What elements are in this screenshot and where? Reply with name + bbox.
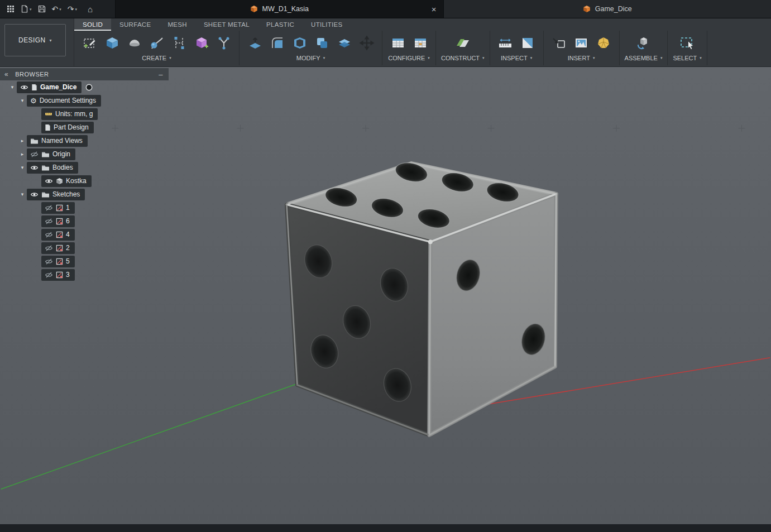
- document-tab-active[interactable]: MW_D1_Kasia ×: [115, 0, 443, 18]
- configuration-table-icon: [413, 35, 428, 51]
- eye-visible-icon[interactable]: [30, 191, 39, 198]
- chevron-down-icon[interactable]: ▾: [18, 165, 27, 170]
- caret-down-icon: ▾: [323, 56, 325, 60]
- sweep-button[interactable]: [146, 33, 167, 54]
- caret-down-icon: ▾: [428, 56, 430, 60]
- section-analysis-button[interactable]: [518, 33, 538, 54]
- sketch-icon: [56, 231, 63, 238]
- browser-row-part-design[interactable]: Part Design: [0, 121, 169, 134]
- browser-row-units[interactable]: Units: mm, g: [0, 107, 169, 121]
- browser-row-bodies[interactable]: ▾ Bodies: [0, 161, 169, 174]
- browser-item-label: 1: [66, 204, 70, 212]
- measure-button[interactable]: [495, 33, 516, 54]
- close-tab-icon[interactable]: ×: [432, 5, 437, 13]
- browser-row-origin[interactable]: ▸ Origin: [0, 147, 169, 161]
- select-button[interactable]: [677, 33, 698, 54]
- minimize-panel-icon[interactable]: –: [159, 70, 163, 79]
- browser-row-named-views[interactable]: ▸ Named Views: [0, 134, 169, 147]
- document-tab-inactive[interactable]: Game_Dice: [443, 0, 771, 18]
- move-copy-button[interactable]: [356, 33, 377, 54]
- create-sketch-button[interactable]: [79, 33, 100, 54]
- tab-sheet-metal[interactable]: SHEET METAL: [195, 18, 258, 31]
- eye-hidden-icon[interactable]: [30, 151, 39, 157]
- workspace-switcher-design[interactable]: DESIGN ▾: [4, 24, 66, 56]
- browser-row-sketch-3[interactable]: 3: [0, 268, 169, 281]
- eye-hidden-icon[interactable]: [45, 245, 53, 251]
- group-label-configure[interactable]: CONFIGURE▾: [388, 55, 430, 61]
- group-label-modify[interactable]: MODIFY▾: [296, 55, 325, 61]
- toolbar-group-create: CREATE▾: [74, 31, 240, 65]
- group-label-insert[interactable]: INSERT▾: [568, 55, 595, 61]
- chevron-down-icon[interactable]: ▾: [18, 191, 27, 197]
- ribbon-toolbar: DESIGN ▾ SOLID SURFACE MESH SHEET METAL …: [0, 18, 771, 67]
- tab-plastic[interactable]: PLASTIC: [258, 18, 303, 31]
- browser-row-body-kostka[interactable]: Kostka: [0, 174, 169, 188]
- timeline-bar[interactable]: [0, 524, 771, 532]
- tab-surface[interactable]: SURFACE: [111, 18, 159, 31]
- chevron-right-icon[interactable]: ▸: [18, 151, 27, 157]
- tab-solid[interactable]: SOLID: [74, 18, 111, 31]
- activate-component-radio[interactable]: [85, 84, 93, 91]
- undo-icon: ↶: [52, 5, 59, 13]
- collapse-panel-icon[interactable]: «: [4, 70, 8, 78]
- redo-button[interactable]: ↷▾: [68, 5, 77, 13]
- canvas-button[interactable]: [571, 33, 592, 54]
- combine-button[interactable]: [312, 33, 332, 54]
- chevron-right-icon[interactable]: ▸: [18, 138, 27, 143]
- press-pull-button[interactable]: [245, 33, 265, 54]
- construct-plane-button[interactable]: [452, 33, 473, 54]
- 3d-viewport[interactable]: « BROWSER – ▾ Game_Dice ▾ ⚙ Document: [0, 67, 771, 524]
- app-grid-icon[interactable]: [7, 5, 15, 13]
- browser-row-sketch-5[interactable]: 5: [0, 255, 169, 268]
- browser-row-document-root[interactable]: ▾ Game_Dice: [0, 80, 169, 94]
- eye-visible-icon[interactable]: [20, 84, 28, 90]
- dice-model[interactable]: [286, 160, 556, 435]
- primitive-box-button[interactable]: [191, 33, 212, 54]
- eye-hidden-icon[interactable]: [45, 218, 53, 224]
- extrude-button[interactable]: [102, 33, 122, 54]
- tab-mesh[interactable]: MESH: [159, 18, 195, 31]
- browser-row-sketches[interactable]: ▾ Sketches: [0, 188, 169, 201]
- browser-header[interactable]: « BROWSER –: [0, 68, 169, 80]
- eye-visible-icon[interactable]: [30, 165, 39, 171]
- new-component-button[interactable]: [633, 33, 654, 54]
- mirror-button[interactable]: [213, 33, 234, 54]
- group-label-assemble[interactable]: ASSEMBLE▾: [625, 55, 663, 61]
- browser-item-label: 5: [66, 257, 70, 265]
- insert-mesh-button[interactable]: [593, 33, 614, 54]
- browser-row-sketch-2[interactable]: 2: [0, 241, 169, 255]
- eye-hidden-icon[interactable]: [45, 272, 53, 278]
- save-button[interactable]: [38, 5, 46, 13]
- eye-hidden-icon[interactable]: [45, 205, 53, 211]
- configure-button[interactable]: [387, 33, 408, 54]
- group-label-inspect[interactable]: INSPECT▾: [501, 55, 532, 61]
- eye-hidden-icon[interactable]: [45, 258, 53, 265]
- browser-row-sketch-1[interactable]: 1: [0, 201, 169, 214]
- browser-row-sketch-6[interactable]: 6: [0, 214, 169, 228]
- browser-item-label: Named Views: [41, 137, 83, 145]
- browser-row-document-settings[interactable]: ▾ ⚙ Document Settings: [0, 94, 169, 107]
- fillet-icon: [270, 35, 285, 51]
- new-component-icon: [635, 35, 651, 51]
- insert-derive-button[interactable]: [549, 33, 569, 54]
- revolve-button[interactable]: [124, 33, 145, 54]
- mirror-icon: [216, 35, 232, 51]
- tab-utilities[interactable]: UTILITIES: [303, 18, 351, 31]
- fillet-button[interactable]: [267, 33, 288, 54]
- chevron-down-icon[interactable]: ▾: [18, 98, 27, 103]
- sweep-icon: [149, 35, 165, 51]
- home-button[interactable]: ⌂: [88, 5, 93, 13]
- eye-hidden-icon[interactable]: [45, 232, 53, 238]
- group-label-construct[interactable]: CONSTRUCT▾: [441, 55, 485, 61]
- configuration-table-button[interactable]: [410, 33, 430, 54]
- undo-button[interactable]: ↶▾: [52, 5, 61, 13]
- split-body-button[interactable]: [334, 33, 355, 54]
- file-menu-button[interactable]: ▾: [21, 5, 32, 13]
- pattern-button[interactable]: [169, 33, 189, 54]
- chevron-down-icon[interactable]: ▾: [8, 84, 17, 90]
- shell-button[interactable]: [289, 33, 310, 54]
- browser-row-sketch-4[interactable]: 4: [0, 228, 169, 241]
- group-label-create[interactable]: CREATE▾: [142, 55, 171, 61]
- eye-visible-icon[interactable]: [45, 178, 53, 184]
- group-label-select[interactable]: SELECT▾: [673, 55, 701, 61]
